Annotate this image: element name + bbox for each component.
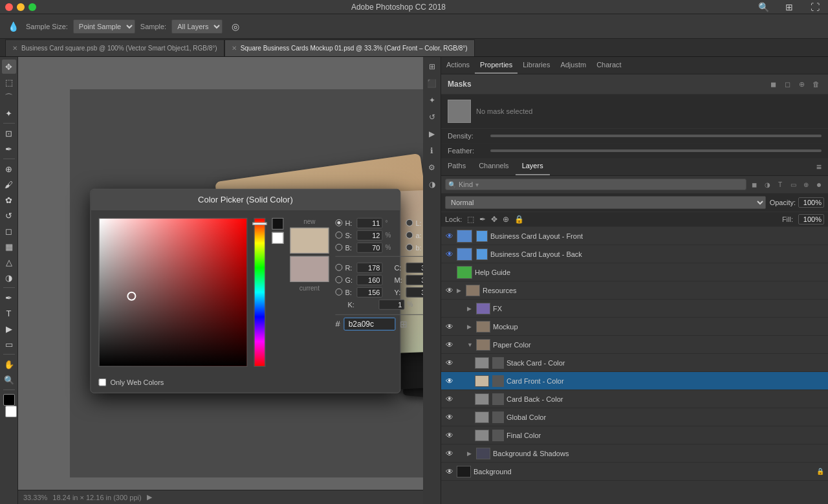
cp-blue-radio[interactable] [335, 289, 342, 296]
panel-tab-libraries[interactable]: Libraries [518, 57, 555, 74]
cp-web-colors-checkbox[interactable] [98, 378, 106, 386]
filter-shape-icon[interactable]: ▭ [788, 179, 798, 190]
layer-bg-shadows[interactable]: 👁 ▶ Background & Shadows [441, 444, 828, 463]
layer-card-back[interactable]: 👁 Card Back - Color [441, 390, 828, 408]
cp-g-radio[interactable] [335, 276, 342, 283]
path-select-tool[interactable]: ▶ [2, 322, 16, 336]
lock-image-icon[interactable]: ✒ [479, 215, 486, 224]
cp-g-input[interactable] [356, 274, 382, 285]
layer-vis-bcl-front[interactable]: 👁 [445, 232, 454, 241]
layer-vis-card-front[interactable]: 👁 [445, 377, 454, 386]
cp-h-radio[interactable] [335, 219, 342, 226]
hue-slider[interactable] [254, 217, 265, 366]
tab-close-0[interactable]: ✕ [12, 45, 17, 52]
spot-heal-tool[interactable]: ⊕ [2, 162, 16, 176]
masks-pixel-icon[interactable]: ◼ [767, 78, 779, 90]
layer-vis-resources[interactable]: 👁 [445, 286, 454, 295]
maximize-button[interactable] [28, 3, 36, 11]
cp-b-radio[interactable] [335, 244, 342, 251]
type-tool[interactable]: T [2, 306, 16, 320]
layer-global-color[interactable]: 👁 Global Color [441, 408, 828, 426]
panel-icon-adjustments[interactable]: ◑ [425, 177, 439, 192]
layer-help-guide[interactable]: 👁 Help Guide [441, 263, 828, 281]
tab-0[interactable]: ✕ Business Card square.psb @ 100% (Vecto… [5, 39, 224, 56]
tab-close-1[interactable]: ✕ [232, 45, 237, 52]
brush-tool[interactable]: 🖌 [2, 177, 16, 192]
layer-vis-fx[interactable]: 👁 [445, 304, 454, 313]
opacity-input[interactable] [798, 197, 824, 208]
cp-s-radio[interactable] [335, 232, 342, 239]
move-tool[interactable]: ✥ [2, 60, 16, 74]
panel-icon-layers[interactable]: ⊞ [425, 60, 439, 74]
layer-final-color[interactable]: 👁 Final Color [441, 426, 828, 444]
layer-vis-background[interactable]: 👁 [445, 467, 454, 476]
paths-tab[interactable]: Paths [441, 159, 472, 175]
cp-m-input[interactable] [406, 274, 423, 285]
layer-fx[interactable]: 👁 ▶ FX [441, 300, 828, 318]
background-color[interactable] [5, 406, 17, 417]
cp-hex-icon[interactable]: ⊞ [400, 318, 408, 329]
density-slider[interactable] [490, 135, 822, 137]
fullscreen-icon[interactable]: ⛶ [807, 0, 823, 15]
folder-arrow-bg-shadows[interactable]: ▶ [467, 450, 474, 457]
layer-mockup[interactable]: 👁 ▶ Mockup [441, 318, 828, 336]
panel-icon-info[interactable]: ℹ [425, 144, 439, 158]
cp-y-input[interactable] [406, 287, 423, 297]
feather-slider[interactable] [490, 149, 822, 152]
layer-vis-bcl-back[interactable]: 👁 [445, 250, 454, 259]
layer-vis-mockup[interactable]: 👁 [445, 322, 454, 331]
ring-icon[interactable]: ◎ [228, 19, 243, 34]
folder-arrow-resources[interactable]: ▶ [457, 287, 463, 294]
cp-a-radio[interactable] [406, 232, 413, 239]
cp-k-input[interactable] [378, 299, 404, 309]
cp-hex-input[interactable] [344, 317, 396, 330]
lock-art-icon[interactable]: ✥ [491, 215, 497, 224]
layer-background[interactable]: 👁 Background 🔒 [441, 463, 828, 481]
layer-card-front[interactable]: 👁 Card Front - Color [441, 372, 828, 390]
cp-l-radio[interactable] [406, 219, 413, 226]
fill-input[interactable] [798, 214, 824, 225]
clone-tool[interactable]: ✿ [2, 193, 16, 207]
dodge-tool[interactable]: ◑ [2, 270, 16, 285]
layer-paper-color[interactable]: 👁 ▼ Paper Color [441, 336, 828, 354]
arrange-icon[interactable]: ⊞ [781, 0, 797, 15]
cp-s-input[interactable] [356, 230, 382, 240]
close-button[interactable] [5, 3, 13, 11]
panel-icon-style[interactable]: ✦ [425, 93, 439, 107]
layer-vis-final-color[interactable]: 👁 [445, 431, 454, 440]
history-brush-tool[interactable]: ↺ [2, 208, 16, 223]
foreground-color[interactable] [3, 394, 15, 406]
cp-extra-swatch-1[interactable] [272, 217, 283, 229]
lock-all-icon[interactable]: 🔒 [514, 215, 524, 224]
panel-tab-character[interactable]: Charact [591, 57, 627, 74]
lasso-tool[interactable]: ⌒ [2, 91, 16, 105]
layer-vis-global-color[interactable]: 👁 [445, 413, 454, 422]
panel-icon-props[interactable]: ⚙ [425, 160, 439, 175]
layer-vis-card-back[interactable]: 👁 [445, 395, 454, 404]
kind-dropdown[interactable]: ▾ [475, 181, 479, 188]
marquee-tool[interactable]: ⬚ [2, 75, 16, 89]
filter-adj-icon[interactable]: ◑ [762, 179, 772, 190]
lock-position-icon[interactable]: ⊕ [503, 215, 509, 224]
tab-1[interactable]: ✕ Square Business Cards Mockup 01.psd @ … [224, 39, 475, 56]
masks-vector-icon[interactable]: ◻ [781, 78, 793, 90]
layers-options[interactable]: ≡ [810, 159, 828, 175]
blur-tool[interactable]: △ [2, 255, 16, 269]
cp-blue-input[interactable] [356, 287, 382, 297]
search-icon[interactable]: 🔍 [756, 0, 771, 15]
cp-r-input[interactable] [356, 262, 382, 272]
masks-delete-icon[interactable]: 🗑 [810, 78, 822, 90]
more-info-icon[interactable]: ▶ [147, 493, 152, 501]
panel-tab-actions[interactable]: Actions [441, 57, 475, 74]
layers-tab[interactable]: Layers [516, 159, 550, 175]
layer-stack-card[interactable]: 👁 Stack Card - Color [441, 354, 828, 372]
hand-tool[interactable]: ✋ [2, 357, 16, 371]
folder-arrow-mockup[interactable]: ▶ [467, 323, 474, 330]
cp-extra-swatch-2[interactable] [272, 232, 283, 243]
masks-filter-icon[interactable]: ⊕ [796, 78, 807, 90]
filter-clear-icon[interactable]: ● [814, 179, 824, 190]
eyedropper-tool[interactable]: ✒ [2, 142, 16, 156]
gradient-tool[interactable]: ▦ [2, 239, 16, 254]
folder-arrow-paper-color[interactable]: ▼ [467, 342, 474, 348]
cp-c-input[interactable] [406, 262, 423, 272]
